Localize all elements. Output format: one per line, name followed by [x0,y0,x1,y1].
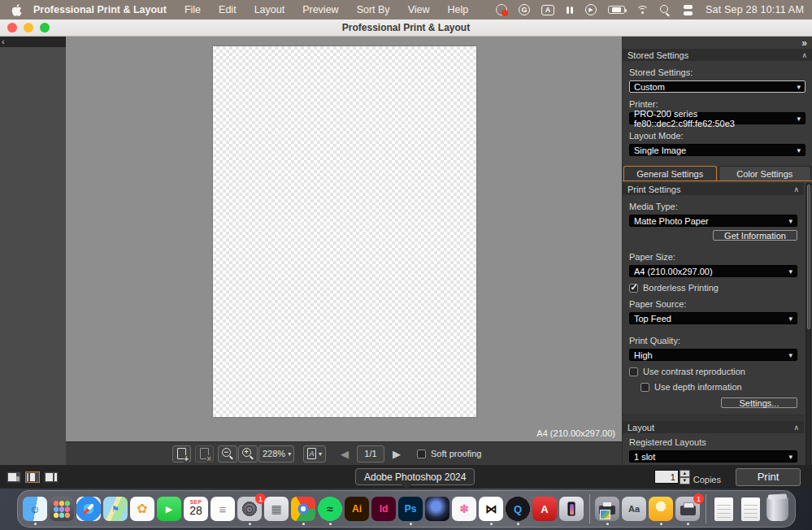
menu-edit[interactable]: Edit [219,4,237,15]
get-information-button[interactable]: Get Information [713,230,797,241]
display-mode-select[interactable]: ▾ [303,445,326,463]
paper-size-select[interactable]: A4 (210.00x297.00) [629,265,797,277]
sidebar-scrollbar[interactable] [805,183,811,476]
depth-information-label: Use depth information [654,382,742,392]
view-mode-panel-button[interactable] [44,471,59,483]
g-app-icon[interactable]: G [519,4,530,15]
indesign-dock-icon[interactable]: Id [371,497,397,521]
safari-dock-icon[interactable] [76,497,102,521]
freeform-app-dock-icon[interactable]: ✽ [452,497,477,521]
trash-dock-icon[interactable] [765,497,790,521]
input-source-icon[interactable]: A [541,5,554,15]
print-queue-dock-icon[interactable]: 1 [675,497,701,521]
airpods-icon[interactable] [566,7,574,14]
calendar-dock-icon[interactable]: SEP28 [184,497,209,521]
view-mode-single-button[interactable] [7,471,21,483]
menu-preview[interactable]: Preview [302,4,338,15]
menu-layout[interactable]: Layout [254,4,285,15]
spotlight-search-icon[interactable] [660,5,671,15]
stored-settings-select[interactable]: Custom [629,80,805,93]
page-preview[interactable] [213,46,476,417]
cinema4d-dock-icon[interactable] [425,497,450,521]
layout-section-header[interactable]: Layout [623,421,804,433]
collapse-sidebar-icon[interactable]: » [801,37,807,49]
collapse-thumbnail-panel-icon[interactable]: ‹ [0,37,66,47]
view-mode-split-button[interactable] [25,471,40,483]
iphone-mirroring-dock-icon[interactable] [559,497,584,521]
preview-canvas: A4 (210.00x297.00) − + 228% ▾ ▾ ◀ 1/1 ▶ … [66,37,622,465]
chrome-dock-icon[interactable] [291,497,316,521]
borderless-printing-checkbox[interactable] [629,284,638,293]
document-file-1-dock-icon[interactable] [711,497,736,521]
acrobat-dock-icon[interactable]: A [532,497,558,521]
notification-badge: 1 [693,493,704,504]
reminders-dock-icon[interactable]: ≡ [211,497,236,521]
copies-stepper: ▲ ▼ [680,470,690,484]
menu-help[interactable]: Help [448,4,469,15]
now-playing-icon[interactable]: ▶ [585,4,597,15]
delete-page-button[interactable] [195,445,214,463]
copies-increment-button[interactable]: ▲ [680,470,690,477]
print-layout-utility-dock-icon[interactable] [595,497,620,521]
active-app-name[interactable]: Professional Print & Layout [33,4,167,15]
battery-icon[interactable] [608,6,625,14]
layout-mode-label: Layout Mode: [629,131,805,141]
copies-decrement-button[interactable]: ▼ [680,477,690,484]
contrast-reproduction-checkbox[interactable] [629,367,638,376]
add-page-button[interactable] [172,445,191,463]
print-settings-section-header[interactable]: Print Settings [623,183,804,195]
print-button[interactable]: Print [736,468,801,486]
printer-select[interactable]: PRO-200 series fe80::dec2:c9ff:fe62:50e3 [629,112,805,124]
maps-dock-icon[interactable]: ⚑ [103,497,128,521]
running-indicator-dot [687,523,689,525]
quicktime-dock-icon[interactable]: Q [506,497,531,521]
paper-source-select[interactable]: Top Feed [629,312,797,324]
desktop-wallpaper: ☺⚑✿▶SEP28≡⚙1▦≈AiIdPs✽⋈QAAa1 [0,489,812,530]
settings-button[interactable]: Settings... [721,398,797,408]
spotify-dock-icon[interactable]: ≈ [318,497,343,521]
hints-lightbulb-dock-icon[interactable] [649,497,674,521]
paper-size-label: A4 (210.00x297.00) [536,428,615,438]
previous-page-button[interactable]: ◀ [337,445,353,463]
media-type-select[interactable]: Matte Photo Paper [629,215,797,227]
wifi-icon[interactable] [636,6,649,15]
launchpad-dock-icon[interactable] [50,497,75,521]
scrollbar-thumb[interactable] [807,185,811,329]
document-file-2-dock-icon[interactable] [738,497,763,521]
photoshop-dock-icon[interactable]: Ps [398,497,423,521]
calculator-dock-icon[interactable]: ▦ [264,497,289,521]
zoom-in-button[interactable]: + [238,445,258,463]
media-type-label: Media Type: [629,202,797,211]
stored-settings-section-header[interactable]: Stored Settings [623,49,812,61]
registered-layouts-label: Registered Layouts [629,437,797,447]
running-indicator-dot [660,523,662,525]
layout-mode-select[interactable]: Single Image [629,144,805,156]
zoom-out-button[interactable]: − [218,445,237,463]
apple-menu-icon[interactable] [11,4,22,16]
menu-view[interactable]: View [408,4,430,15]
menu-file[interactable]: File [185,4,201,15]
dock-tooltip: Adobe Photoshop 2024 [355,468,475,485]
facetime-dock-icon[interactable]: ▶ [157,497,182,521]
tab-color-settings[interactable]: Color Settings [719,166,812,180]
photos-dock-icon[interactable]: ✿ [130,497,155,521]
copies-input[interactable] [654,470,679,484]
next-page-button[interactable]: ▶ [389,445,405,463]
illustrator-dock-icon[interactable]: Ai [345,497,370,521]
user-switcher-icon[interactable] [682,5,694,15]
system-settings-dock-icon[interactable]: ⚙1 [237,497,263,521]
depth-information-checkbox[interactable] [640,383,649,392]
menu-bar-clock[interactable]: Sat Sep 28 10:11 AM [706,4,804,15]
contrast-reproduction-label: Use contrast reproduction [643,367,745,376]
tab-general-settings[interactable]: General Settings [623,166,717,180]
soft-proofing-checkbox[interactable] [417,450,426,458]
menu-sortby[interactable]: Sort By [357,4,390,15]
registered-layouts-select[interactable]: 1 slot [629,450,797,463]
print-quality-select[interactable]: High [629,349,797,361]
capcut-dock-icon[interactable]: ⋈ [479,497,504,521]
screen-recording-icon[interactable] [496,4,507,15]
zoom-level-value: 228% [263,449,285,458]
finder-dock-icon[interactable]: ☺ [23,497,48,521]
font-utility-dock-icon[interactable]: Aa [622,497,647,521]
zoom-level-select[interactable]: 228% ▾ [258,445,294,463]
